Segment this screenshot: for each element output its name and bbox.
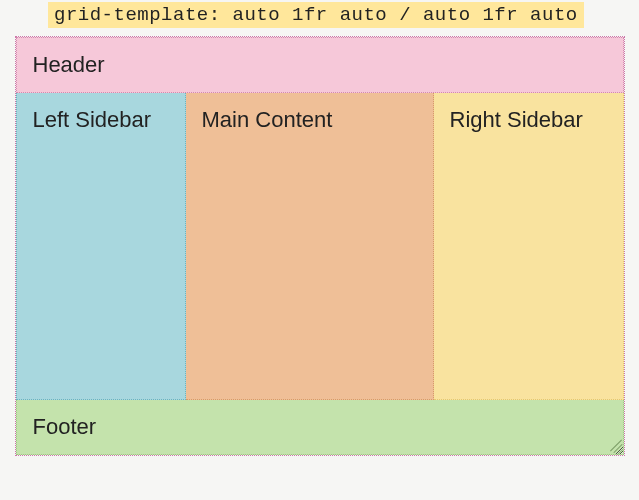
grid-layout-demo: Header Left Sidebar Main Content Right S… (15, 36, 625, 456)
grid-area-main-content: Main Content (186, 93, 434, 400)
resize-handle-icon[interactable] (610, 441, 622, 453)
grid-area-footer: Footer (16, 400, 624, 455)
css-property-code: grid-template: auto 1fr auto / auto 1fr … (48, 2, 584, 28)
grid-area-left-sidebar: Left Sidebar (16, 93, 186, 400)
grid-area-header: Header (16, 37, 624, 93)
grid-area-right-sidebar: Right Sidebar (434, 93, 624, 400)
